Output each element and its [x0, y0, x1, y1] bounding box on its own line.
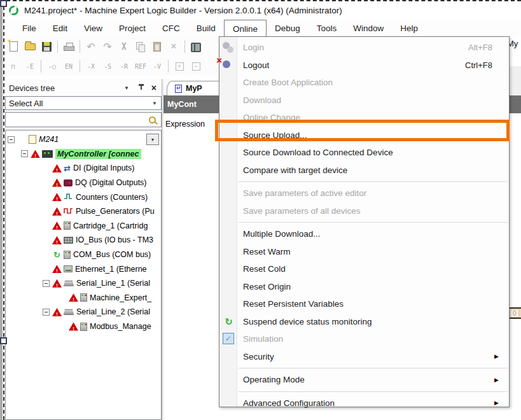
module-icon [80, 323, 87, 331]
tree-row-dq[interactable]: DQ (Digital Outputs) [6, 176, 161, 190]
menu-item-login[interactable]: LoginAlt+F8 [219, 39, 509, 57]
cfc-tool-5[interactable]: -S [99, 59, 116, 74]
new-file-button[interactable] [5, 39, 22, 54]
menu-item-simulation[interactable]: ✓Simulation [219, 330, 509, 348]
menu-item-download[interactable]: Download [219, 92, 509, 109]
tree-row-serial_line_1[interactable]: Serial_Line_1 (Serial [6, 276, 161, 291]
panel-menu-icon[interactable]: ▼ [120, 85, 134, 91]
tree-label: DQ (Digital Outputs) [75, 178, 147, 187]
tree-row-com_bus[interactable]: ↻COM_Bus (COM bus) [6, 248, 161, 262]
tree-row-m241[interactable]: M241▼ [6, 132, 161, 147]
undo-button[interactable]: ↶ [83, 39, 99, 54]
cfc-tool-0[interactable]: ⊓ [5, 59, 22, 74]
tree-row-modbus_manage[interactable]: Modbus_Manage [6, 319, 161, 334]
menu-item-compare-with-target-device[interactable]: Compare with target device [219, 162, 509, 179]
open-file-button[interactable] [22, 39, 38, 54]
sim-check-icon: ✓ [222, 332, 235, 346]
cfc-tool-icon: -R [120, 63, 128, 70]
menubar-item-help[interactable]: Help [392, 20, 426, 37]
menubar-item-debug[interactable]: Debug [267, 20, 309, 37]
menubar-item-view[interactable]: View [76, 20, 111, 37]
search-icon[interactable] [149, 116, 156, 123]
menubar-item-tools[interactable]: Tools [309, 20, 345, 37]
menu-item-reset-cold[interactable]: Reset Cold [219, 260, 509, 278]
delete-icon: × [170, 41, 176, 52]
find-button[interactable] [188, 39, 204, 54]
cfc-tool-icon: REF [135, 63, 146, 70]
cfc-tool-6[interactable]: -R [116, 59, 132, 74]
cfc-tool-7[interactable]: REF [132, 59, 149, 74]
cfc-tool-9[interactable]: + [171, 59, 188, 74]
print-button[interactable] [60, 39, 77, 54]
menu-item-logout[interactable]: LogoutCtrl+F8 [219, 57, 509, 74]
menu-item-source-download-to-connected-device[interactable]: Source Download to Connected Device [219, 144, 509, 162]
expander-minus-icon[interactable] [43, 309, 50, 316]
close-icon[interactable]: × [149, 83, 162, 93]
cfc-tool-icon: EN [65, 63, 73, 70]
menu-item-operating-mode[interactable]: Operating Mode▶ [219, 371, 509, 389]
cfc-tool-3[interactable]: EN [60, 59, 77, 74]
menu-item-create-boot-application[interactable]: Create Boot Application [219, 74, 509, 92]
device-version-combo[interactable]: ▼ [146, 134, 159, 145]
pin-icon[interactable] [138, 84, 144, 92]
menubar-item-cfc[interactable]: CFC [154, 20, 188, 37]
tree-row-ethernet_1[interactable]: Ethernet_1 (Etherne [6, 262, 161, 276]
menubar-item-online[interactable]: Online [224, 20, 267, 37]
delete-button[interactable]: × [165, 39, 182, 54]
cfc-tool-4[interactable]: -X [83, 59, 99, 74]
warning-icon [69, 293, 78, 302]
cfc-value: 0 [510, 309, 519, 318]
panel-splitter[interactable] [162, 79, 163, 420]
save-button[interactable] [38, 39, 55, 54]
menu-item-save-parameters-of-active-editor[interactable]: Save parameters of active editor [219, 185, 509, 202]
cfc-tool-2[interactable]: -○ [44, 59, 60, 74]
expander-minus-icon[interactable] [21, 150, 28, 157]
menubar-item-build[interactable]: Build [188, 20, 224, 37]
cfc-tool-10[interactable]: − [188, 59, 204, 74]
dq-icon [64, 179, 73, 186]
expander-minus-icon[interactable] [43, 280, 50, 287]
tree-label: Pulse_Generators (Pu [76, 207, 155, 216]
redo-button[interactable]: ↷ [99, 39, 116, 54]
menu-item-save-parameters-of-all-devices[interactable]: Save parameters of all devices [219, 202, 509, 220]
menubar-item-project[interactable]: Project [111, 20, 154, 37]
menu-item-reset-warm[interactable]: Reset Warm [219, 243, 509, 261]
tree-row-di[interactable]: ⇄DI (Digital Inputs) [6, 161, 161, 176]
paste-button[interactable] [149, 39, 165, 54]
cfc-tool-icon: -X [87, 63, 95, 70]
tree-row-counters[interactable]: Counters (Counters) [6, 190, 161, 204]
menu-item-reset-persistent-variables[interactable]: Reset Persistent Variables [219, 295, 509, 313]
menu-item-suspend-device-status-monitoring[interactable]: ↻Suspend device status monitoring [219, 313, 509, 331]
tree-row-pulse_generators[interactable]: Pulse_Generators (Pu [6, 204, 161, 219]
menu-item-security[interactable]: Security▶ [219, 348, 509, 366]
toolbar-separator [80, 40, 80, 53]
tree-row-machine_expert_[interactable]: Machine_Expert_ [6, 291, 161, 305]
menu-item-advanced-configuration[interactable]: Advanced Configuration▶ [219, 395, 509, 412]
device-search-input[interactable] [6, 114, 149, 125]
tree-row-serial_line_2[interactable]: Serial_Line_2 (Serial [6, 305, 161, 319]
source-upload-highlight-annotation [215, 120, 510, 141]
device-filter-combobox[interactable]: Select All ▼ [5, 96, 162, 110]
capture-edge-strip [0, 0, 3, 420]
cfc-tool-8[interactable]: -V [149, 59, 165, 74]
tree-row-mycontroller[interactable]: MyController [connec [6, 147, 161, 162]
cut-button[interactable] [116, 39, 132, 54]
cfc-tool-icon: + [176, 62, 184, 71]
menubar-item-window[interactable]: Window [345, 20, 392, 37]
expander-minus-icon[interactable] [8, 136, 15, 143]
online-menu-popup: LoginAlt+F8LogoutCtrl+F8Create Boot Appl… [219, 36, 510, 407]
toolbar-separator [57, 40, 58, 53]
menu-item-reset-origin[interactable]: Reset Origin [219, 278, 509, 296]
tree-row-io_bus[interactable]: IO_Bus (IO bus - TM3 [6, 233, 161, 248]
tab-label: MyP [186, 84, 202, 93]
refresh-icon: ↻ [52, 250, 62, 260]
tree-label: Counters (Counters) [76, 193, 148, 202]
cfc-tool-1[interactable]: -E [22, 59, 38, 74]
menubar-item-file[interactable]: File [14, 20, 45, 37]
warning-icon [52, 164, 62, 172]
menu-item-multiple-download[interactable]: Multiple Download... [219, 225, 509, 243]
menubar-item-edit[interactable]: Edit [45, 20, 76, 37]
tree-row-cartridge_1[interactable]: Cartridge_1 (Cartridg [6, 219, 161, 234]
copy-button[interactable] [132, 39, 149, 54]
tree-label: Machine_Expert_ [90, 293, 151, 302]
